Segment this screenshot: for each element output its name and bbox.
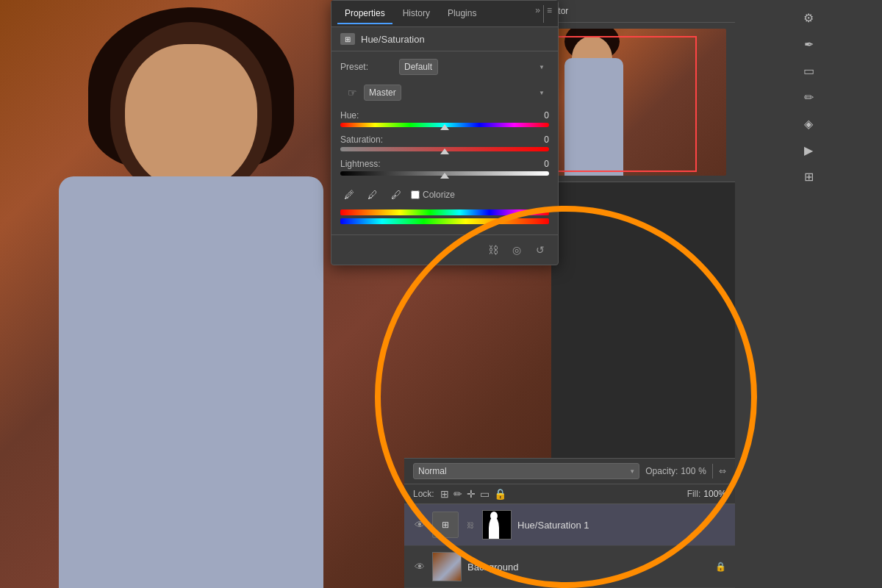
saturation-label-row: Saturation: 0 [340, 135, 549, 145]
opacity-label: Opacity: [645, 466, 678, 476]
play-tool-icon[interactable]: ▶ [797, 138, 820, 162]
tab-plugins[interactable]: Plugins [440, 4, 484, 24]
person-face [125, 44, 257, 191]
channel-select[interactable]: Master [364, 85, 401, 101]
saturation-slider-track[interactable] [340, 147, 549, 151]
rectangle-tool-icon[interactable]: ▭ [797, 59, 820, 82]
opacity-row: Opacity: 100 % [645, 466, 706, 476]
eyedropper-row: 🖉 🖊 🖋 Colorize [340, 183, 549, 207]
preset-select[interactable]: Default [399, 59, 438, 75]
palette-tool-icon[interactable]: ◈ [797, 112, 820, 135]
hue-row: Hue: 0 [340, 110, 549, 127]
lock-label: Lock: [413, 489, 434, 499]
link-icon[interactable]: ⛓ [484, 241, 502, 259]
blend-mode-wrapper: Normal [413, 463, 639, 479]
hand-icon[interactable]: ☞ [340, 81, 364, 104]
eyedropper-icon[interactable]: 🖉 [340, 186, 358, 204]
move-lock-icon[interactable]: ✛ [467, 488, 476, 500]
artboard-lock-icon[interactable]: ▭ [480, 488, 490, 500]
saturation-value: 0 [527, 135, 549, 145]
lock-icons-group: ⊞ ✏ ✛ ▭ 🔒 [440, 488, 506, 500]
hue-label-row: Hue: 0 [340, 110, 549, 121]
layer-visibility-icon-1[interactable]: 👁 [413, 519, 426, 531]
eyedropper-plus-icon[interactable]: 🖊 [364, 186, 381, 204]
panel-tabs: Properties History Plugins » ≡ [331, 1, 558, 27]
colorize-label: Colorize [411, 190, 455, 200]
layer-thumbnail-2 [432, 552, 462, 581]
colorize-checkbox[interactable] [411, 190, 420, 199]
fill-label: Fill: [687, 489, 701, 499]
panel-title: Hue/Saturation [361, 34, 425, 45]
person-hoodie [59, 176, 323, 588]
menu-icon[interactable]: ≡ [547, 5, 552, 23]
channel-row: ☞ Master [340, 81, 549, 104]
tab-history[interactable]: History [395, 4, 437, 24]
expand-arrows-icon[interactable]: ⇔ [719, 466, 726, 476]
eyedropper-minus-icon[interactable]: 🖋 [387, 186, 405, 204]
lightness-label: Lightness: [340, 159, 527, 169]
preset-select-wrapper: Default [399, 59, 549, 75]
adjustment-layer-icon: ⊞ [340, 33, 355, 45]
layers-blend-row: Normal Opacity: 100 % ⇔ [404, 458, 735, 484]
panel-footer: ⛓ ◎ ↺ [331, 234, 558, 265]
panel-tab-extras: » ≡ [535, 5, 552, 23]
panel-header: ⊞ Hue/Saturation [331, 27, 558, 51]
layer-name-2: Background [467, 562, 709, 573]
properties-panel: Properties History Plugins » ≡ ⊞ Hue/Sat… [331, 0, 559, 265]
lightness-label-row: Lightness: 0 [340, 159, 549, 169]
saturation-row: Saturation: 0 [340, 135, 549, 151]
expand-icon[interactable]: » [535, 5, 540, 23]
lightness-slider-thumb[interactable] [440, 173, 449, 179]
lightness-slider-track[interactable] [340, 171, 549, 176]
brush-tool-icon[interactable]: ✏ [797, 85, 820, 109]
background-lock-icon: 🔒 [715, 562, 726, 572]
saturation-label: Saturation: [340, 135, 527, 145]
layer-hue-saturation[interactable]: 👁 ⊞ ⛓ Hue/Saturation 1 [404, 504, 735, 546]
layer-name-1: Hue/Saturation 1 [517, 520, 726, 531]
undo-icon[interactable]: ↺ [531, 241, 549, 259]
hue-slider-thumb[interactable] [440, 124, 449, 130]
pen-tool-icon[interactable]: ✒ [797, 32, 820, 56]
lightness-value: 0 [527, 159, 549, 169]
sliders-icon[interactable]: ⚙ [797, 6, 820, 29]
opacity-value: 100 [681, 466, 695, 476]
layer-link-icon: ⛓ [465, 512, 476, 538]
layer-background[interactable]: 👁 Background 🔒 [404, 546, 735, 588]
blend-mode-select[interactable]: Normal [413, 463, 639, 479]
tab-properties[interactable]: Properties [337, 4, 392, 24]
channel-select-wrapper: Master [364, 85, 549, 101]
panel-body: Preset: Default ☞ Master Hue: 0 [331, 51, 558, 234]
fill-row: Fill: 100% [687, 489, 726, 499]
right-toolbar: ⚙ ✒ ▭ ✏ ◈ ▶ ⊞ [735, 0, 882, 588]
layers-tool-icon[interactable]: ⊞ [797, 165, 820, 188]
opacity-unit: % [698, 466, 706, 476]
hs-icon: ⊞ [345, 35, 351, 43]
lock-row: Lock: ⊞ ✏ ✛ ▭ 🔒 Fill: 100% [404, 484, 735, 504]
preset-label: Preset: [340, 62, 399, 72]
color-bar-top [340, 209, 549, 215]
saturation-slider-thumb[interactable] [440, 148, 449, 154]
layer-adjustment-icon-1: ⊞ [432, 512, 459, 538]
nav-body [564, 58, 623, 176]
fill-value: 100% [703, 489, 726, 499]
checkerboard-lock-icon[interactable]: ⊞ [440, 488, 449, 500]
preset-row: Preset: Default [340, 59, 549, 75]
layer-mask-thumbnail-1 [482, 510, 512, 539]
hue-slider-track[interactable] [340, 123, 549, 127]
hue-value: 0 [527, 110, 549, 121]
layer-visibility-icon-2[interactable]: 👁 [413, 561, 426, 573]
lightness-row: Lightness: 0 [340, 159, 549, 176]
layers-panel: Normal Opacity: 100 % ⇔ Lock: ⊞ ✏ ✛ ▭ 🔒 … [404, 458, 735, 588]
colorize-text: Colorize [423, 190, 455, 200]
eye-icon[interactable]: ◎ [508, 241, 526, 259]
divider [543, 5, 544, 23]
hue-label: Hue: [340, 110, 527, 121]
padlock-icon[interactable]: 🔒 [494, 488, 506, 500]
separator [712, 464, 713, 478]
color-bar-bottom [340, 218, 549, 224]
brush-lock-icon[interactable]: ✏ [453, 488, 462, 500]
